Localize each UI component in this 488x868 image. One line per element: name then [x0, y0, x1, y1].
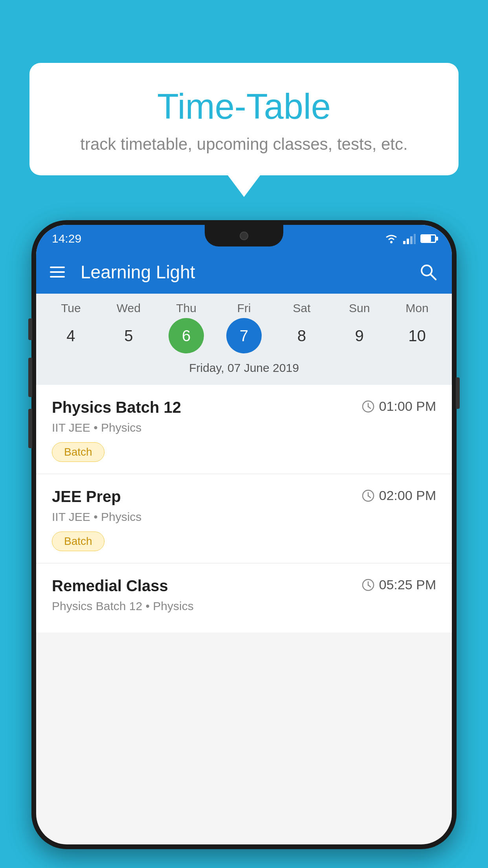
- svg-rect-1: [403, 241, 405, 244]
- class-name-2: JEE Prep: [52, 488, 121, 506]
- wifi-icon: [384, 233, 398, 244]
- hamburger-menu-icon[interactable]: [50, 267, 65, 278]
- day-4[interactable]: 4: [53, 318, 88, 353]
- class-card-3[interactable]: Remedial Class 05:25 PM Physics Batch 12…: [36, 563, 452, 633]
- day-label-mon: Mon: [391, 302, 442, 315]
- class-header-3: Remedial Class 05:25 PM: [52, 577, 436, 595]
- svg-point-0: [390, 241, 393, 243]
- batch-badge-2: Batch: [52, 531, 105, 551]
- class-card-2[interactable]: JEE Prep 02:00 PM IIT JEE • Physics Batc…: [36, 474, 452, 563]
- day-9[interactable]: 9: [342, 318, 377, 353]
- side-button-power: [456, 377, 460, 409]
- search-icon: [418, 262, 438, 282]
- clock-icon-1: [361, 400, 375, 413]
- side-button-volume-down: [28, 409, 32, 448]
- status-time: 14:29: [52, 232, 81, 245]
- day-label-thu: Thu: [161, 302, 212, 315]
- phone-outer: 14:29: [31, 220, 457, 849]
- svg-rect-2: [407, 239, 409, 244]
- calendar-strip: Tue Wed Thu Fri Sat Sun Mon 4 5 6 7 8 9 …: [36, 294, 452, 385]
- day-labels: Tue Wed Thu Fri Sat Sun Mon: [36, 302, 452, 315]
- day-numbers: 4 5 6 7 8 9 10: [36, 318, 452, 353]
- class-time-2: 02:00 PM: [361, 488, 436, 503]
- clock-icon-2: [361, 489, 375, 502]
- battery-icon: [420, 234, 436, 243]
- phone-notch: [205, 225, 283, 246]
- svg-line-9: [368, 406, 371, 408]
- day-label-sun: Sun: [334, 302, 385, 315]
- app-title: Learning Light: [81, 261, 407, 283]
- side-button-left-1: [28, 318, 32, 340]
- camera-dot: [240, 232, 248, 240]
- day-7-selected[interactable]: 7: [226, 318, 262, 353]
- clock-icon-3: [361, 578, 375, 592]
- bubble-title: Time-Table: [49, 86, 439, 127]
- svg-line-12: [368, 496, 371, 498]
- svg-line-6: [431, 274, 436, 280]
- day-6-today[interactable]: 6: [169, 318, 204, 353]
- class-card-1[interactable]: Physics Batch 12 01:00 PM IIT JEE • Phys…: [36, 385, 452, 474]
- search-button[interactable]: [418, 262, 438, 282]
- day-8[interactable]: 8: [284, 318, 319, 353]
- time-text-3: 05:25 PM: [379, 577, 436, 592]
- svg-line-15: [368, 585, 371, 587]
- class-time-3: 05:25 PM: [361, 577, 436, 592]
- class-header-1: Physics Batch 12 01:00 PM: [52, 399, 436, 416]
- speech-bubble: Time-Table track timetable, upcoming cla…: [29, 63, 459, 175]
- time-text-2: 02:00 PM: [379, 488, 436, 503]
- app-bar: Learning Light: [36, 250, 452, 294]
- class-meta-3: Physics Batch 12 • Physics: [52, 600, 436, 613]
- phone-container: 14:29: [31, 220, 457, 868]
- class-name-1: Physics Batch 12: [52, 399, 181, 416]
- day-label-wed: Wed: [103, 302, 154, 315]
- status-icons: [384, 233, 436, 244]
- day-label-sat: Sat: [276, 302, 327, 315]
- day-label-tue: Tue: [45, 302, 96, 315]
- time-text-1: 01:00 PM: [379, 399, 436, 414]
- svg-rect-3: [410, 236, 413, 244]
- class-name-3: Remedial Class: [52, 577, 168, 595]
- side-button-volume-up: [28, 358, 32, 397]
- class-meta-2: IIT JEE • Physics: [52, 510, 436, 524]
- class-header-2: JEE Prep 02:00 PM: [52, 488, 436, 506]
- classes-list: Physics Batch 12 01:00 PM IIT JEE • Phys…: [36, 385, 452, 633]
- class-time-1: 01:00 PM: [361, 399, 436, 414]
- batch-badge-1: Batch: [52, 442, 105, 462]
- bubble-subtitle: track timetable, upcoming classes, tests…: [49, 135, 439, 154]
- phone-screen: 14:29: [36, 225, 452, 844]
- day-label-fri: Fri: [218, 302, 270, 315]
- day-10[interactable]: 10: [399, 318, 435, 353]
- signal-icon: [403, 233, 416, 244]
- svg-rect-4: [414, 234, 416, 244]
- day-5[interactable]: 5: [111, 318, 146, 353]
- selected-date-label: Friday, 07 June 2019: [36, 358, 452, 381]
- class-meta-1: IIT JEE • Physics: [52, 421, 436, 434]
